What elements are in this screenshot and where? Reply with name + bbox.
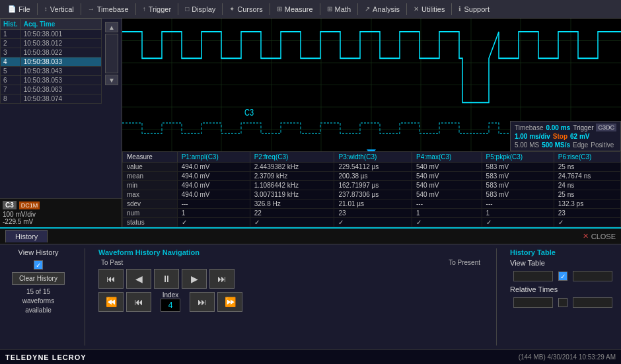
menu-trigger[interactable]: ↑ Trigger: [137, 3, 176, 16]
acq-time-cell: 10:50:38.022: [20, 48, 101, 57]
skip-to-start-button[interactable]: ⏮: [98, 269, 124, 289]
acq-hist-cell: 4: [1, 57, 21, 67]
menu-vertical[interactable]: ↕ Vertical: [39, 3, 79, 16]
view-table-checkbox[interactable]: [558, 272, 567, 281]
meas-val-1: 326.8 Hz: [250, 200, 334, 209]
timebase-panel: Timebase 0.00 ms Trigger C3DC 1.00 ms/di…: [510, 121, 621, 151]
skip-to-end-button[interactable]: ⏭: [209, 269, 235, 289]
close-x-icon: ✕: [583, 232, 589, 240]
stop-value: 62 mV: [570, 133, 589, 140]
meas-val-5: 132.3 ps: [554, 200, 620, 209]
meas-val-4: 583 mV: [482, 163, 554, 172]
meas-val-1: ✓: [250, 218, 334, 227]
meas-header-4: P4:max(C3): [412, 152, 482, 163]
menu-support[interactable]: ℹ Support: [453, 3, 495, 16]
acq-time-cell: 10:50:38.074: [20, 94, 101, 104]
meas-label: sdev: [123, 200, 178, 209]
acq-table-row[interactable]: 610:50:38.053: [1, 76, 102, 85]
meas-val-5: 25 ns: [554, 190, 620, 200]
acq-table-row[interactable]: 710:50:38.063: [1, 85, 102, 94]
status-bar: TELEDYNE LECROY (144 MB) 4/30/2014 10:53…: [0, 349, 621, 364]
menu-math[interactable]: ⊞ Math: [322, 3, 356, 16]
scroll-up-arrow[interactable]: ▲: [105, 22, 118, 32]
meas-val-4: 583 mV: [482, 190, 554, 200]
acq-table-row[interactable]: 810:50:38.074: [1, 94, 102, 104]
svg-marker-16: [367, 149, 376, 151]
menu-utilities[interactable]: ✕ Utilities: [408, 3, 450, 16]
acq-time-cell: 10:50:38.001: [20, 30, 101, 39]
sep2: [81, 3, 81, 15]
clear-history-button[interactable]: Clear History: [12, 272, 65, 285]
meas-label: mean: [123, 172, 178, 181]
pause-button[interactable]: ⏸: [154, 269, 179, 289]
meas-header-1: P1:ampl(C3): [177, 152, 250, 163]
acq-table-row[interactable]: 310:50:38.022: [1, 48, 102, 57]
acquisition-table: Hist. Acq. Time 110:50:38.001210:50:38.0…: [0, 18, 102, 104]
view-history-checkbox[interactable]: [34, 260, 43, 270]
hist-nav-section: Waveform History Navigation To Past To P…: [98, 248, 483, 346]
relative-times-checkbox[interactable]: [558, 298, 567, 307]
menu-cursors[interactable]: ✦ Cursors: [224, 3, 268, 16]
step-forward-button[interactable]: ▶: [182, 269, 207, 289]
fast-forward-button[interactable]: ⏩: [217, 292, 242, 312]
meas-val-1: 3.0073119 kHz: [250, 190, 334, 200]
scroll-down-arrow[interactable]: ▼: [105, 75, 118, 85]
prev-button[interactable]: ⏮: [126, 292, 151, 312]
acq-table-row[interactable]: 410:50:38.033: [1, 57, 102, 67]
step-back-button[interactable]: ◀: [126, 269, 151, 289]
menu-measure[interactable]: ⊞ Measure: [272, 3, 318, 16]
channel-offset: -229.5 mV: [3, 218, 119, 225]
waveform-display: C3 Timebase 0.00 ms Trigger C3DC 1.00 ms…: [122, 18, 621, 151]
history-tab[interactable]: History: [5, 230, 48, 242]
to-present-label: To Present: [449, 259, 480, 266]
acq-time-cell: 10:50:38.012: [20, 39, 101, 48]
meas-val-4: 583 mV: [482, 172, 554, 181]
timebase-scale: 1.00 ms/div: [515, 133, 550, 140]
hist-table-section: History Table View Table Relative Times: [510, 248, 616, 346]
index-value[interactable]: 4: [161, 299, 180, 312]
sep10: [451, 3, 452, 15]
meas-val-1: 2.4439382 kHz: [250, 163, 334, 172]
meas-val-2: 237.87306 µs: [334, 190, 412, 200]
meas-val-2: 21.01 µs: [334, 200, 412, 209]
trigger-label: Trigger: [573, 124, 593, 131]
meas-val-3: 1: [412, 209, 482, 218]
meas-val-0: 494.0 mV: [177, 172, 250, 181]
stop-label[interactable]: Stop: [553, 133, 567, 140]
divider2: [496, 248, 497, 346]
menu-display[interactable]: □ Display: [180, 3, 221, 16]
meas-val-5: 24.7674 ns: [554, 172, 620, 181]
acq-table-row[interactable]: 510:50:38.043: [1, 67, 102, 76]
view-history-label: View History: [18, 248, 59, 256]
meas-header-6: P6:rise(C3): [554, 152, 620, 163]
relative-times-row: Relative Times: [510, 285, 616, 293]
menu-file[interactable]: 📄 File: [3, 3, 36, 16]
nav-row-top: ⏮ ◀ ⏸ ▶ ⏭: [98, 269, 483, 289]
menu-analysis[interactable]: ↗ Analysis: [359, 3, 405, 16]
scroll-panel: ▲ ▼: [102, 18, 122, 198]
acq-col-hist: Hist.: [1, 19, 21, 30]
to-past-label: To Past: [101, 259, 123, 266]
acq-col-time: Acq. Time: [20, 19, 101, 30]
sample-rate: 500 MS/s: [542, 141, 570, 149]
analysis-icon: ↗: [365, 5, 370, 13]
acq-hist-cell: 6: [1, 76, 21, 85]
nav-row-bottom: ⏪ ⏮ Index 4 ⏭ ⏩: [98, 291, 483, 312]
next-button[interactable]: ⏭: [190, 292, 215, 312]
meas-row: value494.0 mV2.4439382 kHz229.54112 µs54…: [123, 163, 621, 172]
menu-timebase[interactable]: → Timebase: [83, 3, 134, 16]
close-history-button[interactable]: ✕ CLOSE: [583, 232, 616, 240]
menu-bar: 📄 File ↕ Vertical → Timebase ↑ Trigger □…: [0, 0, 621, 18]
acq-hist-cell: 7: [1, 85, 21, 94]
acq-table-row[interactable]: 210:50:38.012: [1, 39, 102, 48]
sep3: [135, 3, 136, 15]
meas-val-0: ✓: [177, 218, 250, 227]
rewind-fast-button[interactable]: ⏪: [98, 292, 124, 312]
meas-val-1: 22: [250, 209, 334, 218]
waveforms-info: 15 of 15waveformsavailable: [22, 287, 54, 315]
meas-val-2: 229.54112 µs: [334, 163, 412, 172]
meas-label: num: [123, 209, 178, 218]
history-tab-bar: History ✕ CLOSE: [0, 229, 621, 244]
acq-table-row[interactable]: 110:50:38.001: [1, 30, 102, 39]
sep9: [406, 3, 407, 15]
